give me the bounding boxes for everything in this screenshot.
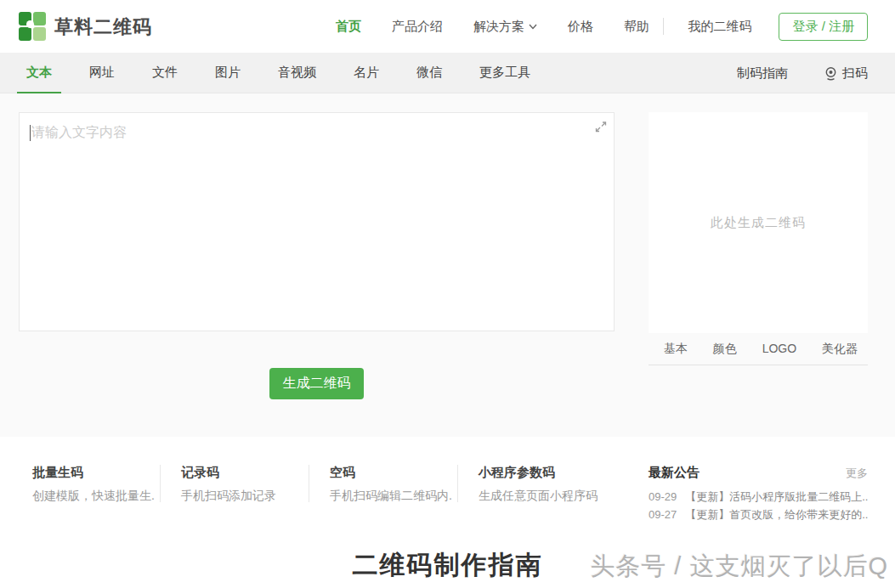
brand-name: 草料二维码 [54, 14, 152, 40]
feature-title[interactable]: 小程序参数码 [479, 465, 606, 481]
announcements-title: 最新公告 [649, 465, 700, 481]
feature-desc: 创建模版，快速批量生. [32, 489, 160, 504]
vertical-divider [160, 465, 161, 502]
nav-item-help[interactable]: 帮助 [624, 19, 649, 35]
qr-style-tabs: 基本 颜色 LOGO 美化器 [649, 333, 868, 365]
qr-grid-logo-icon [19, 12, 47, 42]
tab-text[interactable]: 文本 [17, 53, 61, 93]
nav-item-home[interactable]: 首页 [336, 19, 361, 35]
nav-item-pricing[interactable]: 价格 [568, 19, 593, 35]
brand-logo[interactable]: 草料二维码 [19, 12, 152, 42]
announcements-panel: 最新公告 更多 09-29【更新】活码小程序版批量二维码上... 09-27【更… [649, 465, 868, 523]
text-content-input[interactable] [19, 112, 615, 331]
qr-type-tabs: 文本 网址 文件 图片 音视频 名片 微信 更多工具 [17, 53, 558, 93]
text-caret [30, 125, 31, 141]
feature-title[interactable]: 空码 [330, 465, 457, 481]
features-section: 批量生码 创建模版，快速批量生. 记录码 手机扫码添加记录 空码 手机扫码编辑二… [0, 437, 895, 531]
announcements-more-link[interactable]: 更多 [846, 466, 868, 481]
guide-link[interactable]: 制码指南 [737, 65, 788, 82]
feature-title[interactable]: 批量生码 [32, 465, 160, 481]
vertical-divider [663, 18, 664, 35]
header-right: 我的二维码 登录 / 注册 [663, 0, 868, 53]
announcement-text: 【更新】首页改版，给你带来更好的... [685, 508, 868, 521]
footer: 二维码制作指南 头条号 / 这支烟灭了以后Q [0, 531, 895, 588]
announcement-item[interactable]: 09-29【更新】活码小程序版批量二维码上... [649, 488, 868, 506]
qr-placeholder-text: 此处生成二维码 [711, 215, 806, 231]
announcement-item[interactable]: 09-27【更新】首页改版，给你带来更好的... [649, 506, 868, 523]
sub-nav: 文本 网址 文件 图片 音视频 名片 微信 更多工具 制码指南 扫码 [0, 53, 895, 93]
expand-resize-icon[interactable] [593, 119, 609, 134]
nav-item-products[interactable]: 产品介绍 [392, 19, 443, 35]
announcement-date: 09-29 [649, 490, 677, 503]
feature-desc: 生成任意页面小程序码 [479, 489, 606, 504]
qr-preview-box: 此处生成二维码 [649, 112, 868, 333]
login-register-button[interactable]: 登录 / 注册 [779, 13, 868, 41]
qr-preview-panel: 此处生成二维码 基本 颜色 LOGO 美化器 [649, 112, 868, 365]
feature-row: 批量生码 创建模版，快速批量生. 记录码 手机扫码添加记录 空码 手机扫码编辑二… [32, 465, 606, 504]
nav-item-solutions[interactable]: 解决方案 [473, 19, 537, 35]
feature-desc: 手机扫码编辑二维码内. [330, 489, 457, 504]
page: 草料二维码 首页 产品介绍 解决方案 价格 帮助 我的二维码 登录 / 注册 文… [0, 0, 895, 588]
header: 草料二维码 首页 产品介绍 解决方案 价格 帮助 我的二维码 登录 / 注册 [0, 0, 895, 53]
feature-record: 记录码 手机扫码添加记录 [181, 465, 309, 504]
tab-color[interactable]: 颜色 [713, 342, 737, 357]
tab-image[interactable]: 图片 [206, 53, 250, 93]
tab-more-tools[interactable]: 更多工具 [470, 53, 540, 93]
scan-camera-icon [824, 66, 838, 81]
tab-card[interactable]: 名片 [344, 53, 388, 93]
scan-link[interactable]: 扫码 [824, 65, 868, 82]
watermark-text: 头条号 / 这支烟灭了以后Q [590, 550, 888, 584]
tab-logo[interactable]: LOGO [762, 342, 796, 357]
main-content: 生成二维码 此处生成二维码 基本 颜色 LOGO 美化器 [0, 93, 895, 437]
feature-empty-code: 空码 手机扫码编辑二维码内. [330, 465, 457, 504]
chevron-down-icon [529, 24, 537, 30]
announcements-header: 最新公告 更多 [649, 465, 868, 481]
feature-desc: 手机扫码添加记录 [181, 489, 309, 504]
tab-beautifier[interactable]: 美化器 [822, 342, 858, 357]
top-nav: 首页 产品介绍 解决方案 价格 帮助 [336, 0, 680, 53]
tab-basic[interactable]: 基本 [664, 342, 688, 357]
tab-wechat[interactable]: 微信 [407, 53, 451, 93]
tab-media[interactable]: 音视频 [269, 53, 326, 93]
my-qrcode-link[interactable]: 我的二维码 [688, 19, 751, 35]
announcement-date: 09-27 [649, 508, 677, 521]
feature-miniprogram: 小程序参数码 生成任意页面小程序码 [479, 465, 606, 504]
tab-url[interactable]: 网址 [80, 53, 124, 93]
vertical-divider [309, 465, 309, 502]
feature-batch: 批量生码 创建模版，快速批量生. [32, 465, 160, 504]
vertical-divider [457, 465, 458, 502]
feature-title[interactable]: 记录码 [181, 465, 309, 481]
announcement-text: 【更新】活码小程序版批量二维码上... [685, 490, 868, 503]
sub-nav-right: 制码指南 扫码 [737, 53, 868, 93]
tab-file[interactable]: 文件 [143, 53, 187, 93]
generate-qrcode-button[interactable]: 生成二维码 [269, 368, 364, 399]
